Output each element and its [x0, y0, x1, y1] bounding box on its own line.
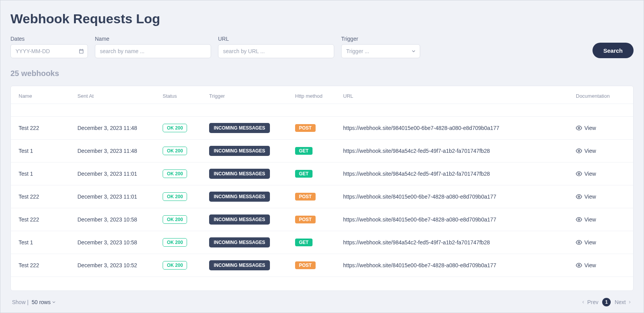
svg-point-2: [578, 173, 580, 175]
trigger-badge: INCOMING MESSAGES: [209, 192, 270, 202]
svg-point-1: [578, 150, 580, 152]
cell-url: https://webhook.site/84015e00-6be7-4828-…: [343, 216, 576, 223]
method-badge: POST: [295, 124, 316, 132]
trigger-badge: INCOMING MESSAGES: [209, 237, 270, 247]
rows-per-page-select[interactable]: 50 rows: [32, 299, 56, 305]
cell-sent-at: December 3, 2023 11:01: [77, 194, 163, 200]
filter-dates: Dates: [10, 36, 88, 58]
col-http-method: Http method: [295, 93, 343, 99]
webhooks-table: Name Sent At Status Trigger Http method …: [10, 86, 634, 291]
table-body[interactable]: OK 200 X GET Test 222December 3, 2023 11…: [11, 104, 633, 291]
svg-point-4: [578, 219, 580, 220]
table-footer: Show | 50 rows Prev 1 Next: [10, 291, 634, 306]
cell-sent-at: December 3, 2023 10:58: [77, 239, 163, 246]
cell-url: https://webhook.site/84015e00-6be7-4828-…: [343, 262, 576, 268]
next-label: Next: [615, 299, 626, 305]
view-link[interactable]: View: [576, 194, 625, 200]
rows-label: 50 rows: [32, 299, 51, 305]
eye-icon: [576, 239, 582, 246]
chevron-left-icon: [581, 300, 586, 304]
method-badge: POST: [295, 216, 316, 223]
eye-icon: [576, 194, 582, 200]
filter-trigger: Trigger Trigger ...: [341, 36, 420, 58]
eye-icon: [576, 171, 582, 177]
filter-dates-label: Dates: [10, 36, 88, 42]
filter-url-label: URL: [218, 36, 334, 42]
table-row: Test 1December 3, 2023 11:01OK 200INCOMI…: [11, 163, 633, 185]
trigger-badge: INCOMING MESSAGES: [209, 214, 270, 225]
view-link[interactable]: View: [576, 262, 625, 268]
show-label: Show: [12, 299, 26, 305]
cell-name: Test 1: [19, 148, 77, 154]
view-label: View: [584, 216, 596, 223]
cell-url: https://webhook.site/984015e00-6be7-4828…: [343, 125, 576, 131]
dates-input[interactable]: [10, 44, 88, 58]
trigger-select[interactable]: Trigger ...: [341, 44, 420, 58]
cell-name: Test 222: [19, 262, 77, 268]
table-row: Test 1December 3, 2023 10:58OK 200INCOMI…: [11, 231, 633, 254]
view-link[interactable]: View: [576, 171, 625, 177]
view-label: View: [584, 239, 596, 246]
eye-icon: [576, 262, 582, 268]
cell-sent-at: December 3, 2023 10:52: [77, 262, 163, 268]
prev-button[interactable]: Prev: [581, 299, 598, 305]
cell-url: https://webhook.site/984a54c2-fed5-49f7-…: [343, 148, 576, 154]
table-header: Name Sent At Status Trigger Http method …: [11, 86, 633, 104]
view-label: View: [584, 262, 596, 268]
eye-icon: [576, 148, 582, 154]
table-row: Test 222December 3, 2023 11:01OK 200INCO…: [11, 185, 633, 208]
cell-name: Test 222: [19, 125, 77, 131]
method-badge: GET: [295, 170, 313, 178]
cell-name: Test 1: [19, 239, 77, 246]
trigger-badge: INCOMING MESSAGES: [209, 260, 270, 270]
eye-icon: [576, 125, 582, 131]
results-count: 25 webhooks: [10, 69, 634, 78]
cell-sent-at: December 3, 2023 11:01: [77, 171, 163, 177]
cell-url: https://webhook.site/984a54c2-fed5-49f7-…: [343, 171, 576, 177]
cell-name: Test 222: [19, 194, 77, 200]
method-badge: POST: [295, 261, 316, 269]
view-label: View: [584, 148, 596, 154]
cell-sent-at: December 3, 2023 11:48: [77, 148, 163, 154]
cell-sent-at: December 3, 2023 11:48: [77, 125, 163, 131]
method-badge: POST: [295, 193, 316, 201]
filter-url: URL: [218, 36, 334, 58]
cell-url: https://webhook.site/984a54c2-fed5-49f7-…: [343, 239, 576, 246]
table-row: OK 200 X GET: [11, 104, 633, 117]
col-documentation: Documentation: [576, 93, 625, 99]
col-sent-at: Sent At: [77, 93, 163, 99]
view-label: View: [584, 194, 596, 200]
eye-icon: [576, 216, 582, 223]
status-badge: OK 200: [163, 261, 187, 270]
svg-point-3: [578, 196, 580, 197]
chevron-down-icon: [52, 300, 56, 304]
svg-point-0: [578, 127, 580, 129]
chevron-right-icon: [627, 300, 632, 304]
filters-bar: Dates Name URL Trigger Trigger ...: [10, 36, 634, 58]
method-badge: GET: [295, 239, 313, 246]
page-current[interactable]: 1: [602, 298, 611, 306]
name-input[interactable]: [95, 44, 211, 58]
cell-url: https://webhook.site/84015e00-6be7-4828-…: [343, 194, 576, 200]
view-label: View: [584, 125, 596, 131]
view-link[interactable]: View: [576, 148, 625, 154]
cell-sent-at: December 3, 2023 10:58: [77, 216, 163, 223]
trigger-badge: INCOMING MESSAGES: [209, 146, 270, 156]
next-button[interactable]: Next: [615, 299, 632, 305]
search-button[interactable]: Search: [592, 43, 634, 58]
pagination: Prev 1 Next: [581, 298, 632, 306]
status-badge: OK 200: [163, 238, 187, 247]
method-badge: GET: [295, 147, 313, 155]
svg-point-5: [578, 242, 580, 243]
url-input[interactable]: [218, 44, 334, 58]
page-title: Webhook Requests Log: [10, 11, 634, 26]
view-link[interactable]: View: [576, 239, 625, 246]
status-badge: OK 200: [163, 147, 187, 155]
trigger-badge: INCOMING MESSAGES: [209, 169, 270, 179]
view-link[interactable]: View: [576, 216, 625, 223]
prev-label: Prev: [587, 299, 598, 305]
filter-name-label: Name: [95, 36, 211, 42]
col-trigger: Trigger: [209, 93, 295, 99]
view-link[interactable]: View: [576, 125, 625, 131]
status-badge: OK 200: [163, 192, 187, 201]
